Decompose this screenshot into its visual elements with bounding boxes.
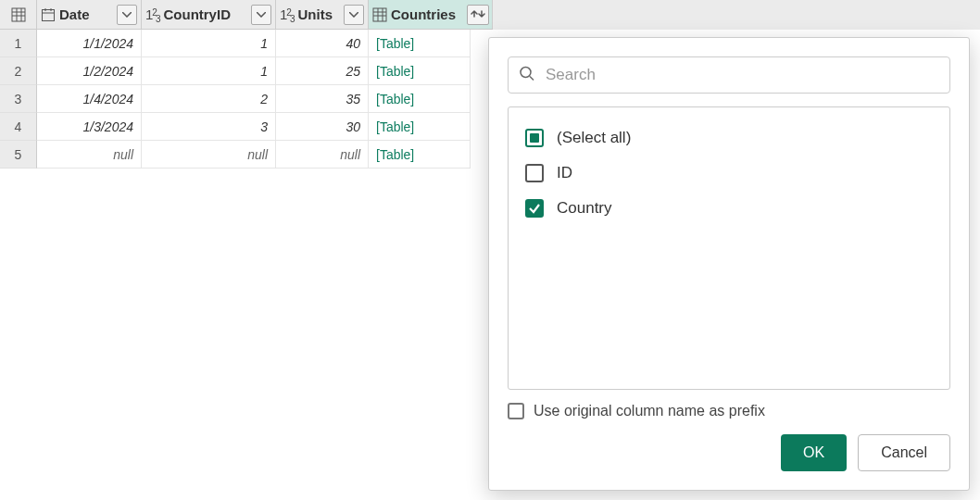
ok-button[interactable]: OK — [781, 434, 847, 471]
option-label: Country — [557, 199, 612, 218]
column-header-countries[interactable]: Countries — [369, 0, 493, 30]
row-index[interactable]: 2 — [0, 57, 37, 85]
number-type-icon: 123 — [280, 6, 294, 22]
column-select-list: (Select all) ID Country — [508, 106, 950, 390]
search-container — [508, 56, 950, 94]
expand-columns-panel: (Select all) ID Country Use original col… — [488, 37, 970, 491]
index-column-header — [0, 0, 37, 30]
checkbox-unchecked[interactable] — [525, 164, 544, 182]
calendar-icon — [41, 7, 56, 22]
cell-units[interactable]: 40 — [276, 30, 369, 57]
cell-units[interactable]: 35 — [276, 85, 369, 113]
table-icon — [372, 7, 387, 22]
cell-countries[interactable]: [Table] — [369, 57, 471, 85]
cell-units[interactable]: 25 — [276, 57, 369, 85]
column-header-row: Date 123 CountryID 123 Units Countries — [0, 0, 980, 30]
svg-rect-5 — [43, 9, 55, 20]
cell-countries[interactable]: [Table] — [369, 85, 471, 113]
expand-icon — [471, 8, 485, 21]
cell-date[interactable]: 1/1/2024 — [37, 30, 142, 57]
row-index[interactable]: 5 — [0, 141, 37, 169]
cell-units[interactable]: 30 — [276, 113, 369, 141]
filter-dropdown-button[interactable] — [344, 5, 364, 25]
column-label: Units — [297, 6, 340, 22]
svg-rect-9 — [373, 8, 386, 21]
select-all-row[interactable]: (Select all) — [525, 120, 933, 156]
column-option-id[interactable]: ID — [525, 156, 933, 191]
row-index[interactable]: 3 — [0, 85, 37, 113]
number-type-icon: 123 — [145, 6, 159, 22]
table-icon — [11, 7, 26, 22]
select-all-label: (Select all) — [557, 129, 631, 147]
chevron-down-icon — [349, 12, 358, 18]
cell-date[interactable]: null — [37, 141, 142, 169]
svg-point-14 — [521, 68, 531, 78]
column-header-countryid[interactable]: 123 CountryID — [142, 0, 276, 30]
column-option-country[interactable]: Country — [525, 191, 933, 226]
cell-countryid[interactable]: 3 — [142, 113, 276, 141]
search-input[interactable] — [508, 56, 950, 94]
cell-countries[interactable]: [Table] — [369, 30, 471, 57]
column-label: Countries — [391, 6, 463, 22]
checkbox-checked[interactable] — [525, 199, 544, 218]
column-label: Date — [59, 6, 113, 22]
column-label: CountryID — [163, 6, 247, 22]
cell-date[interactable]: 1/4/2024 — [37, 85, 142, 113]
row-index-column: 1 2 3 4 5 — [0, 30, 37, 169]
row-index[interactable]: 1 — [0, 30, 37, 57]
dialog-buttons: OK Cancel — [508, 434, 950, 471]
checkbox-unchecked[interactable] — [508, 403, 524, 419]
cell-countries[interactable]: [Table] — [369, 141, 471, 169]
cell-date[interactable]: 1/2/2024 — [37, 57, 142, 85]
cancel-button[interactable]: Cancel — [858, 434, 950, 471]
checkbox-indeterminate[interactable] — [525, 129, 544, 147]
cell-units[interactable]: null — [276, 141, 369, 169]
svg-rect-0 — [12, 8, 25, 21]
cell-countryid[interactable]: null — [142, 141, 276, 169]
cell-countries[interactable]: [Table] — [369, 113, 471, 141]
cell-countryid[interactable]: 2 — [142, 85, 276, 113]
prefix-option-row[interactable]: Use original column name as prefix — [508, 403, 950, 419]
chevron-down-icon — [122, 12, 132, 18]
column-header-date[interactable]: Date — [37, 0, 142, 30]
svg-line-15 — [530, 77, 534, 81]
cell-date[interactable]: 1/3/2024 — [37, 113, 142, 141]
chevron-down-icon — [257, 12, 266, 18]
column-header-units[interactable]: 123 Units — [276, 0, 369, 30]
cell-countryid[interactable]: 1 — [142, 57, 276, 85]
expand-column-button[interactable] — [467, 5, 489, 25]
option-label: ID — [557, 164, 572, 182]
filter-dropdown-button[interactable] — [251, 5, 271, 25]
prefix-label: Use original column name as prefix — [534, 403, 765, 419]
row-index[interactable]: 4 — [0, 113, 37, 141]
filter-dropdown-button[interactable] — [117, 5, 137, 25]
cell-countryid[interactable]: 1 — [142, 30, 276, 57]
search-icon — [519, 66, 535, 85]
